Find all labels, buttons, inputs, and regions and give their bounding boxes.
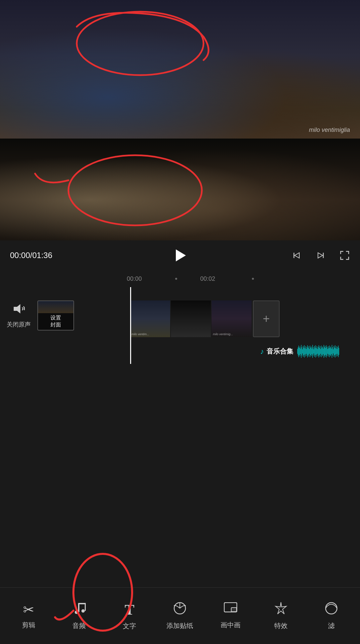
sticker-label: 添加贴纸 (166, 621, 193, 630)
svg-rect-8 (298, 347, 298, 356)
svg-rect-35 (315, 348, 315, 355)
timeline-ruler: 00:00 00:02 (0, 270, 360, 287)
pip-icon (224, 602, 237, 617)
timeline-tracks: milo ventim... milo ventimig... + ♪ 音乐合集 (130, 300, 360, 364)
svg-rect-62 (332, 345, 332, 358)
audio-track-row: ♪ 音乐合集 (260, 342, 360, 361)
svg-rect-60 (331, 347, 331, 356)
svg-rect-12 (300, 349, 301, 354)
svg-rect-48 (323, 349, 323, 354)
svg-rect-64 (333, 349, 333, 354)
mute-button[interactable]: 关闭原声 (7, 303, 31, 329)
bottom-toolbar: ✂ 剪辑 音频 T 文字 添加贴纸 (0, 587, 360, 644)
add-clip-button[interactable]: + (253, 300, 280, 337)
svg-rect-13 (301, 345, 301, 358)
forward-button[interactable] (315, 250, 326, 261)
svg-rect-14 (302, 347, 302, 356)
svg-rect-15 (302, 349, 303, 354)
filter-label: 滤 (328, 621, 335, 630)
toolbar-item-pip[interactable]: 画中画 (214, 602, 247, 630)
cover-button[interactable]: 设置封面 (37, 300, 74, 331)
svg-rect-40 (318, 347, 318, 356)
svg-rect-36 (316, 345, 316, 358)
toolbar-item-sticker[interactable]: 添加贴纸 (163, 602, 197, 630)
svg-rect-54 (327, 347, 327, 356)
svg-rect-43 (320, 346, 320, 357)
svg-rect-45 (321, 346, 321, 357)
svg-rect-46 (322, 348, 322, 355)
svg-rect-24 (308, 348, 308, 355)
toolbar-item-text[interactable]: T 文字 (113, 601, 146, 631)
play-button[interactable] (176, 249, 186, 261)
svg-rect-70 (337, 349, 337, 354)
toolbar-item-audio[interactable]: 音频 (62, 602, 96, 630)
fullscreen-button[interactable] (339, 250, 350, 261)
video-preview-area: milo ventimiglia (0, 0, 360, 240)
svg-rect-11 (300, 347, 300, 356)
video-frame-bottom (0, 139, 360, 240)
svg-rect-53 (326, 345, 326, 358)
ruler-dot-1 (175, 278, 177, 280)
svg-rect-58 (329, 346, 330, 357)
svg-point-74 (75, 611, 78, 614)
svg-rect-65 (334, 346, 334, 357)
cut-label: 剪辑 (22, 621, 35, 630)
svg-rect-10 (299, 348, 300, 355)
toolbar-item-cut[interactable]: ✂ 剪辑 (12, 602, 45, 630)
filter-icon (325, 602, 338, 618)
svg-rect-47 (322, 347, 323, 356)
svg-rect-26 (309, 349, 310, 354)
effects-label: 特效 (274, 621, 288, 630)
svg-rect-56 (328, 346, 328, 357)
svg-rect-44 (321, 349, 321, 354)
text-label: 文字 (123, 622, 136, 631)
svg-rect-27 (310, 346, 310, 357)
svg-rect-23 (307, 345, 308, 358)
svg-rect-51 (325, 346, 325, 357)
ruler-mark-1: 00:00 (127, 275, 142, 282)
timeline-left-panel: 关闭原声 设置封面 (0, 300, 130, 364)
svg-rect-21 (306, 349, 306, 354)
toolbar-item-effects[interactable]: 特效 (264, 602, 298, 630)
mute-icon (12, 303, 25, 318)
music-label: 音乐合集 (267, 347, 293, 356)
svg-rect-52 (326, 348, 326, 355)
svg-rect-71 (337, 347, 338, 356)
rewind-button[interactable] (291, 250, 302, 261)
thumb-2 (171, 300, 211, 337)
video-watermark-top: milo ventimiglia (309, 127, 350, 134)
plus-icon: + (263, 312, 270, 326)
svg-marker-4 (14, 304, 20, 313)
effects-icon (274, 602, 288, 618)
svg-rect-41 (319, 345, 319, 358)
waveform (297, 344, 360, 359)
svg-rect-32 (313, 347, 313, 356)
pip-label: 画中画 (221, 621, 241, 630)
svg-rect-22 (307, 347, 307, 356)
svg-rect-78 (78, 603, 86, 604)
svg-rect-73 (339, 348, 339, 355)
video-strip: milo ventim... milo ventimig... + (130, 300, 280, 337)
svg-point-75 (81, 609, 85, 613)
svg-rect-19 (305, 348, 305, 355)
cut-icon: ✂ (23, 602, 34, 617)
svg-rect-63 (332, 347, 333, 356)
svg-rect-68 (336, 348, 336, 355)
svg-rect-38 (317, 346, 317, 357)
svg-rect-69 (336, 346, 337, 357)
toolbar-item-filter[interactable]: 滤 (315, 602, 348, 630)
svg-rect-16 (303, 346, 303, 357)
svg-rect-33 (314, 349, 314, 354)
svg-rect-57 (329, 348, 329, 355)
ruler-dot-2 (252, 278, 254, 280)
thumb-3: milo ventimig... (212, 300, 252, 337)
svg-rect-50 (324, 347, 325, 356)
svg-rect-31 (312, 345, 313, 358)
svg-rect-61 (331, 349, 332, 354)
svg-rect-49 (324, 345, 324, 358)
svg-rect-34 (314, 346, 315, 357)
svg-rect-37 (316, 348, 316, 355)
svg-rect-67 (335, 345, 335, 358)
cover-label: 设置封面 (38, 313, 73, 330)
sticker-icon (173, 602, 187, 618)
